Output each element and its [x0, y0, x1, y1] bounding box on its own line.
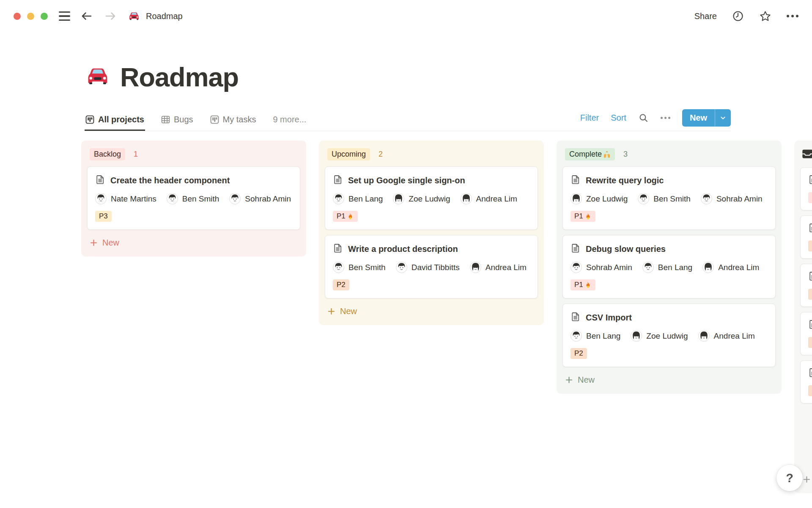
- back-arrow-icon[interactable]: [80, 10, 93, 22]
- assignee-name: Sohrab Amin: [245, 194, 291, 204]
- avatar: [642, 262, 654, 273]
- assignee-chip: Andrea Lim: [702, 262, 759, 273]
- avatar: [167, 193, 178, 204]
- column-name-badge[interactable]: Complete: [565, 148, 615, 160]
- avatar: [229, 193, 241, 204]
- kanban-board: Backlog 1 Create the header component Na…: [0, 131, 812, 493]
- task-card[interactable]: Debug slow queries Sohrab Amin Ben Lang …: [562, 235, 776, 298]
- updates-clock-icon[interactable]: [732, 10, 744, 22]
- page-document-icon: [808, 271, 812, 283]
- new-card-button[interactable]: New: [87, 235, 300, 251]
- assignee-chip: Sohrab Amin: [229, 193, 291, 204]
- task-card-partial[interactable]: P: [800, 360, 812, 403]
- priority-badge: P3: [95, 211, 112, 222]
- column-count: 2: [379, 150, 383, 159]
- assignee-chip: Ben Smith: [638, 193, 691, 204]
- breadcrumb-doc-title[interactable]: Roadmap: [146, 11, 183, 21]
- assignee-name: Andrea Lim: [714, 331, 755, 341]
- tab-more-views[interactable]: 9 more...: [272, 115, 307, 131]
- priority-badge: P1: [571, 211, 595, 222]
- new-card-button[interactable]: New: [562, 372, 776, 388]
- card-title: Write a product description: [348, 244, 458, 254]
- help-button[interactable]: ?: [776, 465, 803, 491]
- column-name-badge[interactable]: Upcoming: [327, 148, 370, 160]
- task-card-partial[interactable]: P: [800, 167, 812, 210]
- task-card-partial[interactable]: P: [800, 264, 812, 307]
- filter-button[interactable]: Filter: [580, 113, 599, 123]
- sidebar-toggle-icon[interactable]: [59, 11, 70, 21]
- tab-bugs[interactable]: Bugs: [160, 115, 194, 131]
- new-card-button[interactable]: New: [325, 304, 538, 319]
- assignee-list: Ben Smith David Tibbitts Andrea Lim: [333, 262, 530, 273]
- task-card[interactable]: Set up Google single sign-on Ben Lang Zo…: [325, 166, 538, 230]
- more-options-icon[interactable]: [787, 15, 798, 17]
- new-button-group: New: [682, 109, 731, 127]
- page-title: Roadmap: [120, 62, 239, 92]
- sort-button[interactable]: Sort: [611, 113, 626, 123]
- column-count: 3: [623, 150, 628, 159]
- assignee-chip: Ben Lang: [333, 193, 383, 204]
- tab-my-tasks[interactable]: My tasks: [209, 115, 257, 131]
- assignee-chip: Sohrab Amin: [571, 262, 632, 273]
- favorite-star-icon[interactable]: [759, 10, 771, 22]
- avatar: [571, 262, 582, 273]
- column-name: Backlog: [94, 150, 121, 159]
- new-button[interactable]: New: [682, 109, 715, 127]
- assignee-name: David Tibbitts: [411, 263, 460, 272]
- column-name-badge[interactable]: Backlog: [90, 148, 125, 160]
- priority-badge: P: [808, 192, 812, 203]
- page-document-icon: [571, 174, 581, 186]
- task-card[interactable]: CSV Import Ben Lang Zoe Ludwig Andrea Li…: [562, 304, 776, 367]
- priority-label: P2: [574, 349, 583, 358]
- task-card-partial[interactable]: P: [800, 215, 812, 259]
- task-card[interactable]: Create the header component Nate Martins…: [87, 166, 300, 230]
- tab-all-projects[interactable]: All projects: [85, 115, 145, 131]
- tab-label: All projects: [98, 115, 144, 124]
- assignee-name: Zoe Ludwig: [646, 331, 688, 341]
- assignee-chip: Sohrab Amin: [701, 193, 763, 204]
- forward-arrow-icon: [104, 10, 117, 22]
- hidden-column-emoji-icon: [802, 148, 812, 161]
- priority-badge: P: [808, 240, 812, 251]
- priority-label: P1: [337, 212, 346, 221]
- assignee-list: Sohrab Amin Ben Lang Andrea Lim: [571, 262, 768, 273]
- view-options-icon[interactable]: [661, 117, 670, 119]
- table-icon: [161, 115, 170, 124]
- share-button[interactable]: Share: [694, 11, 717, 21]
- priority-label: P1: [574, 281, 583, 289]
- task-card[interactable]: Write a product description Ben Smith Da…: [325, 235, 538, 298]
- assignee-list: Zoe Ludwig Ben Smith Sohrab Amin: [571, 193, 768, 204]
- maximize-window-button[interactable]: [41, 13, 48, 20]
- assignee-name: Zoe Ludwig: [586, 194, 628, 204]
- priority-badge: P: [808, 337, 812, 348]
- assignee-chip: Andrea Lim: [470, 262, 527, 273]
- avatar: [571, 330, 582, 342]
- card-title: Set up Google single sign-on: [348, 176, 465, 185]
- new-card-label: New: [340, 306, 357, 316]
- task-card[interactable]: Rewrite query logic Zoe Ludwig Ben Smith…: [562, 166, 776, 230]
- assignee-list: Ben Lang Zoe Ludwig Andrea Lim: [333, 193, 530, 204]
- column-name: Upcoming: [332, 150, 366, 159]
- assignee-name: Ben Smith: [348, 263, 386, 272]
- task-card-partial[interactable]: P: [800, 312, 812, 355]
- avatar: [698, 330, 710, 342]
- chevron-down-icon[interactable]: [715, 109, 731, 127]
- new-card-label: New: [578, 375, 595, 385]
- assignee-name: Ben Lang: [658, 263, 692, 272]
- avatar: [333, 193, 344, 204]
- page-document-icon: [95, 174, 105, 186]
- page-document-icon: [333, 243, 343, 255]
- priority-badge: P: [808, 385, 812, 396]
- minimize-window-button[interactable]: [27, 13, 34, 20]
- avatar: [461, 193, 472, 204]
- priority-label: P3: [99, 212, 108, 221]
- assignee-chip: Ben Lang: [642, 262, 692, 273]
- raised-hands-emoji-icon: [603, 151, 611, 158]
- assignee-name: Ben Lang: [586, 331, 620, 341]
- close-window-button[interactable]: [14, 13, 21, 20]
- assignee-name: Sohrab Amin: [716, 194, 763, 204]
- board-column-partial: P P P P: [794, 141, 812, 493]
- search-icon[interactable]: [638, 113, 649, 123]
- avatar: [701, 193, 712, 204]
- priority-badge: P1: [571, 279, 595, 290]
